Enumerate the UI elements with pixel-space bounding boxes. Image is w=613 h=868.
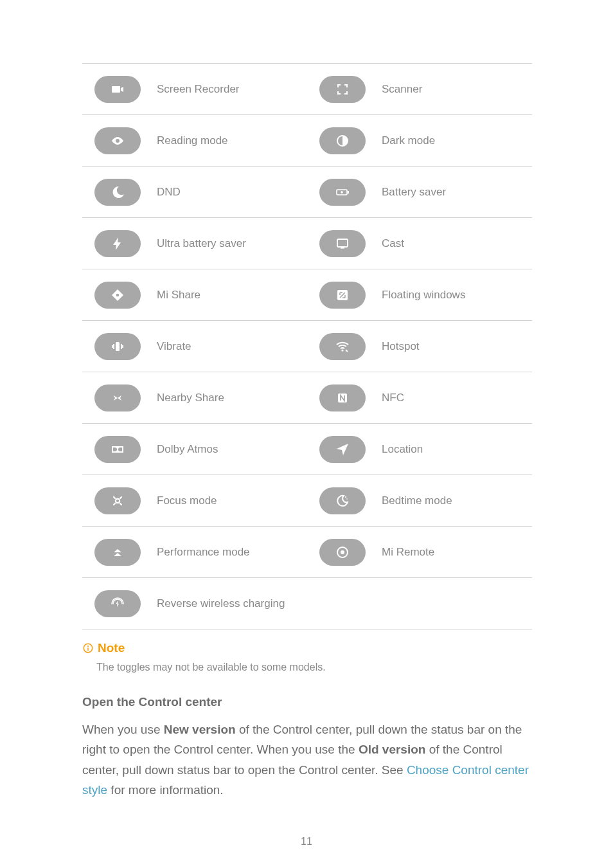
battery-plus-icon: [319, 179, 366, 206]
table-row: Performance modeMi Remote: [82, 527, 532, 578]
icon-cell: [82, 475, 153, 527]
info-icon: [82, 642, 94, 654]
table-row: Screen RecorderScanner: [82, 64, 532, 115]
icon-cell: [82, 167, 153, 218]
toggle-label: Focus mode: [153, 475, 307, 527]
table-row: Dolby AtmosLocation: [82, 424, 532, 475]
table-row: Ultra battery saverCast: [82, 218, 532, 269]
toggle-label: Vibrate: [153, 321, 307, 372]
dolby-icon: [94, 436, 141, 463]
toggle-label: Nearby Share: [153, 372, 307, 424]
icon-cell: [307, 424, 378, 475]
section-heading: Open the Control center: [82, 695, 531, 709]
vibrate-icon: [94, 333, 141, 360]
cast-icon: [319, 230, 366, 257]
toggle-label: Cast: [378, 218, 532, 269]
toggle-label: Floating windows: [378, 269, 532, 321]
toggle-label: [378, 578, 532, 629]
dark-mode-icon: [319, 127, 366, 154]
performance-icon: [94, 539, 141, 566]
toggle-label: Mi Remote: [378, 527, 532, 578]
icon-cell: [307, 218, 378, 269]
icon-cell: [307, 527, 378, 578]
bedtime-icon: [319, 487, 366, 514]
table-row: DNDBattery saver: [82, 167, 532, 218]
table-row: Mi ShareFloating windows: [82, 269, 532, 321]
icon-cell: [307, 64, 378, 115]
toggle-label: Hotspot: [378, 321, 532, 372]
icon-cell: [82, 64, 153, 115]
icon-cell: [307, 269, 378, 321]
icon-cell: [82, 527, 153, 578]
icon-cell: [307, 578, 378, 629]
camera-icon: [94, 76, 141, 103]
toggle-label: Dark mode: [378, 115, 532, 167]
nfc-icon: [319, 384, 366, 411]
scan-icon: [319, 76, 366, 103]
toggle-label: NFC: [378, 372, 532, 424]
table-row: Reading modeDark mode: [82, 115, 532, 167]
toggle-label: Dolby Atmos: [153, 424, 307, 475]
note-heading: Note: [82, 641, 531, 655]
toggle-label: Reading mode: [153, 115, 307, 167]
toggle-label: Location: [378, 424, 532, 475]
toggle-label: DND: [153, 167, 307, 218]
toggle-label: Scanner: [378, 64, 532, 115]
share-diamond-icon: [94, 282, 141, 309]
table-row: Nearby ShareNFC: [82, 372, 532, 424]
icon-cell: [82, 115, 153, 167]
note-body: The toggles may not be available to some…: [96, 662, 531, 673]
page-number: 11: [0, 836, 613, 847]
focus-icon: [94, 487, 141, 514]
toggle-label: Screen Recorder: [153, 64, 307, 115]
icon-cell: [307, 167, 378, 218]
table-row: VibrateHotspot: [82, 321, 532, 372]
reverse-charge-icon: [94, 590, 141, 617]
icon-cell: [82, 372, 153, 424]
bolt-icon: [94, 230, 141, 257]
icon-cell: [82, 269, 153, 321]
icon-cell: [307, 115, 378, 167]
icon-cell: [82, 321, 153, 372]
toggle-label: Battery saver: [378, 167, 532, 218]
table-row: Focus modeBedtime mode: [82, 475, 532, 527]
section-paragraph: When you use New version of the Control …: [82, 719, 531, 800]
nearby-icon: [94, 384, 141, 411]
table-row: Reverse wireless charging: [82, 578, 532, 629]
floating-window-icon: [319, 282, 366, 309]
toggle-icons-table: Screen RecorderScannerReading modeDark m…: [82, 63, 532, 629]
hotspot-icon: [319, 333, 366, 360]
icon-cell: [82, 424, 153, 475]
moon-icon: [94, 179, 141, 206]
toggle-label: Ultra battery saver: [153, 218, 307, 269]
note-heading-text: Note: [98, 641, 125, 655]
icon-cell: [82, 218, 153, 269]
toggle-label: Performance mode: [153, 527, 307, 578]
location-icon: [319, 436, 366, 463]
toggle-label: Mi Share: [153, 269, 307, 321]
toggle-label: Bedtime mode: [378, 475, 532, 527]
remote-icon: [319, 539, 366, 566]
icon-cell: [307, 321, 378, 372]
eye-icon: [94, 127, 141, 154]
icon-cell: [82, 578, 153, 629]
icon-cell: [307, 475, 378, 527]
toggle-label: Reverse wireless charging: [153, 578, 307, 629]
icon-cell: [307, 372, 378, 424]
